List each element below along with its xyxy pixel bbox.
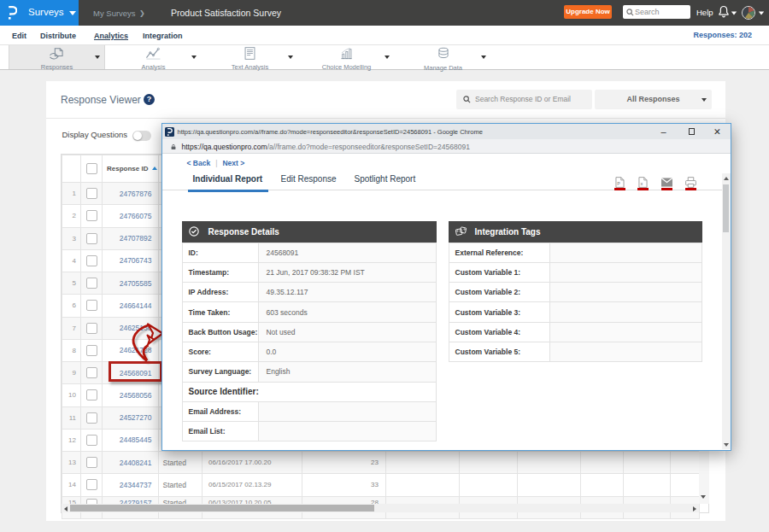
svg-text:P: P	[617, 181, 620, 186]
svg-text:x: x	[640, 181, 643, 186]
